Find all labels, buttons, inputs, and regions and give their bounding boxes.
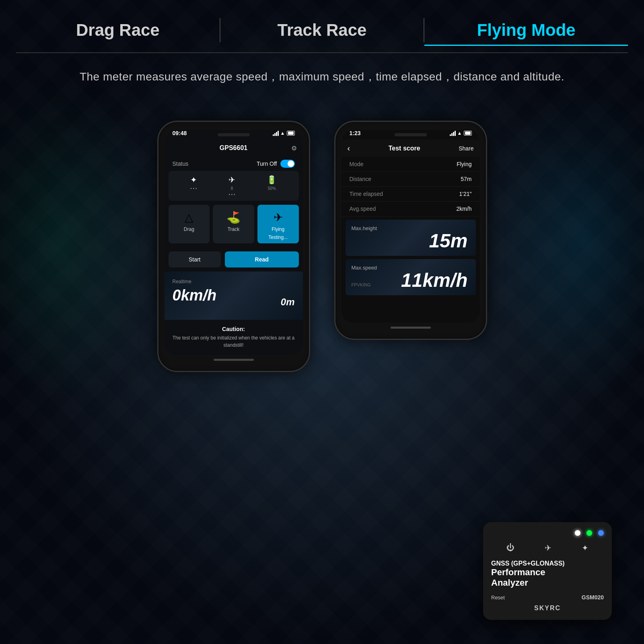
main-content: 09:48 ▲ — [0, 101, 644, 380]
phone2-speaker — [395, 133, 427, 136]
header-tabs: Drag Race Track Race Flying Mode — [0, 0, 644, 52]
toggle-switch[interactable] — [280, 160, 295, 168]
battery-level: 50% — [268, 186, 276, 191]
flying-mode-card[interactable]: ✈ Flying Testing... — [257, 205, 299, 243]
tab-drag-race[interactable]: Drag Race — [16, 14, 220, 46]
mode-grid: △ Drag ⛳ Track ✈ Flying Testing... — [165, 201, 303, 247]
led-green — [586, 530, 592, 536]
device-brand-gnss: GNSS (GPS+GLONASS) — [491, 560, 604, 567]
led-blue — [598, 530, 604, 536]
max-height-card: Max.height 15m — [346, 220, 476, 256]
device-container: ⏻ ✈ ✦ GNSS (GPS+GLONASS) Performance Ana… — [483, 522, 612, 620]
satellite-cell: ✈ 8 • • • — [228, 175, 235, 197]
device-reset-label[interactable]: Reset — [491, 595, 505, 601]
phone1-status-row: Status Turn Off — [165, 156, 303, 171]
drag-mode-icon: △ — [185, 211, 193, 224]
drone-icon: ✈ — [545, 543, 551, 553]
distance-label: Distance — [350, 176, 371, 182]
satellite-dots: • • • — [228, 192, 235, 197]
read-button[interactable]: Read — [225, 251, 299, 267]
bluetooth-icon: ✦ — [190, 175, 197, 185]
realtime-label: Realtime — [173, 279, 191, 284]
led-white — [575, 530, 580, 536]
mode-row: Mode Flying — [342, 157, 480, 172]
device-skyrc-brand: SKYRC — [491, 605, 604, 612]
device-brand-performance: Performance — [491, 567, 604, 578]
flying-mode-label: Flying — [272, 226, 284, 232]
phone1-speaker — [218, 133, 250, 136]
phone2-signal-icon — [450, 131, 456, 136]
satellite-icon: ✈ — [228, 175, 235, 185]
distance-value: 57m — [461, 176, 471, 182]
phone1-app-header: GPS6601 ⚙ — [165, 140, 303, 156]
max-height-label: Max.height — [352, 225, 377, 231]
caution-title: Caution: — [173, 326, 295, 332]
phone1-icon-row: ✦ • • • ✈ 8 • • • 🔋 50% — [169, 171, 299, 201]
device-box: ⏻ ✈ ✦ GNSS (GPS+GLONASS) Performance Ana… — [483, 522, 612, 620]
status-turn-off: Turn Off — [257, 160, 277, 167]
status-label: Status — [173, 160, 189, 167]
phone2-battery-icon — [464, 131, 472, 136]
phone2-bottom-space — [342, 298, 480, 323]
device-bluetooth-icon: ✦ — [582, 543, 588, 553]
settings-icon[interactable]: ⚙ — [291, 144, 297, 152]
phone1-screen: 09:48 ▲ — [165, 130, 303, 355]
fpvking-label: FPVKING — [352, 282, 371, 287]
page-container: Drag Race Track Race Flying Mode The met… — [0, 0, 644, 644]
caution-body: The test can only be initialized when th… — [173, 334, 295, 349]
action-row: Start Read — [165, 247, 303, 272]
avg-speed-value: 2km/h — [456, 206, 471, 212]
back-button[interactable]: ‹ — [348, 144, 350, 153]
share-button[interactable]: Share — [459, 145, 473, 152]
track-mode-icon: ⛳ — [226, 211, 241, 224]
tab-active-underline — [424, 45, 628, 46]
avg-speed-row: Avg.speed 2km/h — [342, 202, 480, 216]
phone2-home-indicator — [391, 327, 431, 329]
drag-mode-label: Drag — [184, 226, 194, 232]
power-icon: ⏻ — [506, 543, 514, 553]
phone1-home-indicator — [214, 359, 254, 361]
phone2-status-icons: ▲ — [450, 130, 472, 136]
flying-testing-label: Testing... — [268, 235, 288, 240]
phone1-mockup: 09:48 ▲ — [157, 121, 310, 372]
realtime-distance-value: 0m — [281, 296, 295, 308]
device-leds — [491, 530, 604, 536]
phone1-time: 09:48 — [173, 130, 187, 136]
satellite-badge: 8 — [231, 186, 233, 191]
device-text-block: GNSS (GPS+GLONASS) Performance Analyzer — [491, 560, 604, 588]
phone2-screen: 1:23 ▲ — [342, 130, 480, 323]
battery-level-icon: 🔋 — [267, 175, 277, 185]
max-speed-value: 11km/h — [401, 269, 467, 291]
phone2-mockup: 1:23 ▲ — [334, 121, 487, 340]
avg-speed-label: Avg.speed — [350, 206, 376, 212]
battery-cell: 🔋 50% — [267, 175, 277, 197]
track-mode-card[interactable]: ⛳ Track — [213, 205, 254, 243]
wifi-icon: ▲ — [280, 130, 285, 136]
tab-flying-mode[interactable]: Flying Mode — [424, 14, 628, 46]
track-mode-label: Track — [228, 226, 240, 232]
flying-mode-icon: ✈ — [274, 211, 283, 224]
device-bottom-row: Reset GSM020 — [491, 594, 604, 601]
phone2-app-header: ‹ Test score Share — [342, 140, 480, 157]
tab-flying-mode-label: Flying Mode — [477, 21, 576, 39]
distance-row: Distance 57m — [342, 172, 480, 187]
mode-label: Mode — [350, 161, 364, 167]
bluetooth-cell: ✦ • • • — [190, 175, 197, 197]
tab-track-race[interactable]: Track Race — [220, 14, 424, 46]
device-icons-row: ⏻ ✈ ✦ — [491, 540, 604, 556]
tab-track-race-label: Track Race — [278, 21, 367, 39]
phone1-app-title: GPS6601 — [220, 144, 247, 152]
realtime-section: Realtime 0km/h 0m — [165, 272, 303, 320]
tab-drag-race-label: Drag Race — [76, 21, 160, 39]
max-speed-card: Max.speed FPVKING 11km/h — [346, 259, 476, 295]
start-button[interactable]: Start — [169, 251, 221, 267]
drag-mode-card[interactable]: △ Drag — [169, 205, 210, 243]
caution-section: Caution: The test can only be initialize… — [165, 320, 303, 355]
signal-bars-icon — [273, 131, 279, 136]
time-elapsed-label: Time elapsed — [350, 191, 383, 197]
max-speed-label: Max.speed — [352, 265, 377, 271]
description-text: The meter measures average speed，maximum… — [0, 53, 644, 101]
phone1-status-icons: ▲ — [273, 130, 295, 136]
phone2-wifi-icon: ▲ — [457, 130, 462, 136]
max-height-value: 15m — [429, 230, 467, 252]
